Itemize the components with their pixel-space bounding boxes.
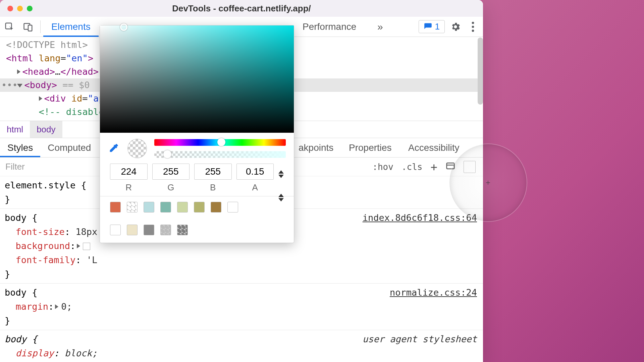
palette-toggle[interactable] [278, 194, 284, 201]
cursor-magnifier [449, 144, 527, 221]
ua-label: user agent stylesheet [363, 332, 477, 346]
input-g[interactable] [152, 164, 190, 180]
swatch[interactable] [160, 202, 171, 213]
source-link-index[interactable]: index.8d6c6f18.css:64 [363, 211, 477, 225]
label-r: R [125, 182, 132, 193]
subtab-styles[interactable]: Styles [0, 138, 40, 157]
input-r[interactable] [110, 164, 148, 180]
svg-point-5 [472, 29, 474, 32]
subtab-breakpoints-partial[interactable]: akpoints [291, 138, 341, 157]
decl-font-family[interactable]: font-family: 'L [5, 253, 478, 267]
swatch[interactable] [144, 225, 154, 235]
issues-chip[interactable]: 1 [419, 20, 445, 33]
swatch[interactable] [144, 202, 154, 213]
swatch[interactable] [194, 202, 205, 213]
swatch[interactable] [160, 225, 171, 235]
label-g: G [167, 182, 174, 193]
cursor-crosshair-icon [486, 181, 490, 185]
titlebar: DevTools - coffee-cart.netlify.app/ [0, 0, 483, 17]
color-picker: R G B A [100, 25, 294, 243]
separator [40, 20, 41, 33]
swatch[interactable] [177, 225, 188, 235]
swatch[interactable] [110, 202, 121, 213]
source-link-normalize[interactable]: normalize.css:24 [390, 286, 477, 300]
decl-display[interactable]: display: block; [5, 346, 478, 360]
alpha-thumb[interactable] [163, 150, 171, 158]
hue-slider[interactable] [154, 139, 286, 146]
device-toggle-icon[interactable] [21, 20, 35, 34]
settings-gear-icon[interactable] [449, 20, 462, 34]
input-b[interactable] [194, 164, 232, 180]
color-preview-swatch [127, 139, 147, 158]
swatch[interactable] [127, 225, 138, 235]
eyedropper-icon[interactable] [108, 142, 120, 155]
window-title: DevTools - coffee-cart.netlify.app/ [0, 3, 483, 14]
more-menu-icon[interactable] [466, 20, 480, 34]
subtab-computed[interactable]: Computed [40, 138, 98, 157]
brace-close: } [5, 314, 478, 328]
subtab-accessibility[interactable]: Accessibility [401, 138, 467, 157]
cls-button[interactable]: .cls [401, 162, 423, 172]
spectrum-field[interactable] [100, 25, 294, 133]
palette [100, 196, 294, 243]
tab-performance[interactable]: Performance [294, 17, 364, 37]
rule-body-2[interactable]: normalize.css:24 body { margin:0; } [0, 284, 483, 330]
swatch[interactable] [110, 225, 121, 235]
issues-count: 1 [435, 21, 440, 32]
scrollbar-thumb[interactable] [478, 38, 483, 105]
svg-point-4 [472, 25, 474, 28]
inspect-icon[interactable] [3, 20, 16, 34]
hov-button[interactable]: :hov [372, 162, 393, 172]
rule-body-ua[interactable]: user agent stylesheet body { display: bl… [0, 330, 483, 362]
swatch[interactable] [127, 202, 138, 213]
color-format-toggle[interactable] [278, 170, 284, 178]
input-a[interactable] [236, 164, 274, 180]
swatch[interactable] [211, 202, 221, 213]
alpha-slider[interactable] [154, 151, 286, 158]
tab-elements[interactable]: Elements [43, 17, 99, 37]
label-b: B [210, 182, 216, 193]
hue-thumb[interactable] [217, 138, 225, 146]
swatch[interactable] [177, 202, 188, 213]
decl-margin[interactable]: margin:0; [5, 300, 478, 314]
swatch[interactable] [227, 202, 238, 213]
overflow-chevron-icon[interactable]: » [377, 21, 383, 33]
new-rule-button[interactable]: + [431, 160, 437, 174]
subtab-properties[interactable]: Properties [341, 138, 399, 157]
devtools-window: DevTools - coffee-cart.netlify.app/ Elem… [0, 0, 483, 362]
spectrum-cursor[interactable] [120, 23, 127, 31]
label-a: A [252, 182, 258, 193]
crumb-body[interactable]: body [30, 121, 62, 138]
decl-margin-strike[interactable]: margin:8px; [5, 360, 478, 362]
svg-point-3 [472, 22, 474, 24]
crumb-html[interactable]: html [0, 121, 30, 138]
brace-close: } [5, 267, 478, 281]
svg-rect-2 [28, 25, 32, 31]
